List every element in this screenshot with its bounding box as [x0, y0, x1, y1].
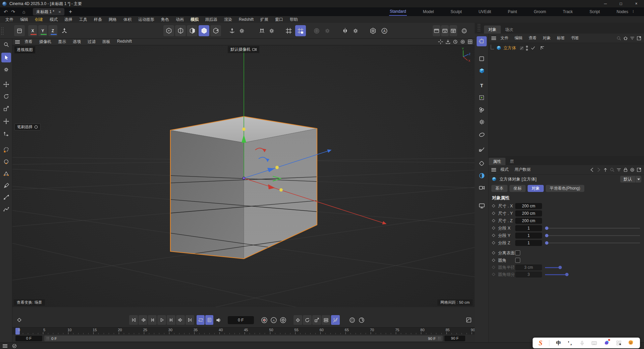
axis-modify-icon[interactable]: [227, 25, 237, 36]
preset-dropdown-arrow[interactable]: [635, 176, 641, 183]
axis-settings-gear-icon[interactable]: [236, 25, 247, 36]
am-expand-icon[interactable]: [637, 167, 641, 172]
object-row-cube[interactable]: 立方体: [489, 44, 644, 52]
menubar-item-6[interactable]: 样条: [91, 17, 105, 22]
viewport-menu-item-2[interactable]: 显示: [55, 39, 69, 45]
slider-handle[interactable]: [545, 241, 548, 245]
menubar-item-16[interactable]: 扩展: [257, 17, 272, 22]
key-snap-toggle-button[interactable]: [331, 315, 340, 325]
texture-mode-icon[interactable]: [210, 25, 221, 36]
am-tab-1[interactable]: 层: [505, 158, 518, 165]
grid-icon[interactable]: [283, 25, 294, 36]
object-tree[interactable]: 立方体: [489, 43, 644, 156]
keyframe-dot-icon[interactable]: [492, 259, 495, 262]
display-icon[interactable]: [477, 201, 487, 211]
am-target-icon[interactable]: [630, 167, 635, 172]
editor-state-icon[interactable]: [520, 46, 524, 50]
play-range-button[interactable]: [205, 315, 213, 325]
key-scale-button[interactable]: [312, 315, 321, 325]
layout-overflow-button[interactable]: ⁝: [633, 9, 634, 14]
attribute-checkbox[interactable]: [515, 250, 520, 255]
cloner-icon[interactable]: [477, 105, 487, 115]
attribute-section-tab-2[interactable]: 对象: [528, 185, 544, 192]
layout-tab-6[interactable]: Track: [562, 8, 574, 15]
toolbar-grip[interactable]: [1, 27, 4, 35]
om-menu-item-2[interactable]: 查看: [526, 35, 540, 41]
x-scale-handle[interactable]: [279, 188, 283, 192]
lock-y-axis-button[interactable]: Y: [38, 25, 47, 36]
redo-icon[interactable]: ↷: [9, 9, 17, 14]
attribute-slider[interactable]: [545, 274, 640, 275]
slider-handle[interactable]: [558, 266, 562, 269]
attribute-slider[interactable]: [545, 243, 640, 243]
keyframe-dot-icon[interactable]: [492, 212, 495, 215]
keyframe-dot-icon[interactable]: [492, 251, 495, 255]
move-tool[interactable]: [1, 80, 11, 89]
autokey-button[interactable]: A: [269, 315, 278, 325]
viewport-menu-item-1[interactable]: 摄像机: [36, 39, 55, 45]
attribute-section-tab-0[interactable]: 基本: [491, 185, 507, 192]
subdivision-surface-icon[interactable]: [477, 130, 487, 140]
viewport-menu-item-5[interactable]: 面板: [99, 39, 114, 45]
snap-magnet-icon[interactable]: [257, 25, 267, 36]
live-selection-tool[interactable]: [1, 53, 11, 62]
workplane-icon[interactable]: [14, 25, 25, 36]
render-region-icon[interactable]: [438, 39, 443, 44]
camera-swap-icon[interactable]: [252, 47, 257, 52]
viewport-menu-item-6[interactable]: Redshift: [114, 39, 135, 45]
keyframe-selection-button[interactable]: [279, 315, 287, 325]
deformer-icon[interactable]: [477, 158, 487, 168]
cube-primitive-icon[interactable]: [477, 66, 487, 76]
generator-icon[interactable]: [477, 117, 487, 127]
history-forward-icon[interactable]: [596, 167, 601, 172]
sweep-generator-icon[interactable]: [477, 144, 487, 154]
layout-tab-0[interactable]: Standard: [389, 8, 407, 16]
keyframe-dot-icon[interactable]: [492, 266, 495, 269]
ime-skin-icon[interactable]: [604, 340, 609, 346]
viewport-menu-item-3[interactable]: 选项: [69, 39, 84, 45]
menubar-item-8[interactable]: 体积: [120, 17, 135, 22]
edges-mode-icon[interactable]: [175, 25, 186, 36]
knife-tool-icon[interactable]: [1, 192, 11, 202]
menubar-item-11[interactable]: 动画: [172, 17, 187, 22]
lock-x-axis-button[interactable]: X: [28, 25, 37, 36]
ime-language-toggle[interactable]: 中: [556, 340, 561, 346]
loop-mode-button[interactable]: [197, 315, 205, 325]
points-mode-icon[interactable]: [163, 25, 174, 36]
range-end-field[interactable]: 90 F: [444, 336, 465, 341]
record-ring-button[interactable]: [348, 315, 357, 325]
sound-button[interactable]: [214, 315, 223, 325]
polygons-mode-icon[interactable]: [187, 25, 198, 36]
key-rotation-button[interactable]: [303, 315, 312, 325]
attribute-slider[interactable]: [545, 267, 640, 268]
minimize-button[interactable]: ─: [598, 0, 613, 7]
keyframe-dot-icon[interactable]: [492, 234, 495, 237]
am-menu-item-0[interactable]: 模式: [497, 167, 512, 172]
key-position-button[interactable]: [293, 315, 302, 325]
maximize-button[interactable]: □: [613, 0, 629, 7]
attribute-section-tab-3[interactable]: 平滑着色(Phong): [546, 185, 584, 192]
ime-keyboard-icon[interactable]: [591, 340, 597, 346]
document-tab[interactable]: 未标题 1 * ×: [33, 8, 64, 15]
am-lock-icon[interactable]: [623, 167, 628, 172]
range-left-grip[interactable]: [46, 337, 49, 340]
quantize-gear-icon[interactable]: [322, 25, 333, 36]
history-back-icon[interactable]: [590, 167, 594, 172]
gizmo-center[interactable]: [243, 177, 245, 180]
am-menu-icon[interactable]: [491, 168, 496, 171]
dock-download-icon[interactable]: [445, 39, 450, 44]
layout-tab-4[interactable]: Paint: [507, 8, 518, 15]
menubar-item-0[interactable]: 文件: [2, 17, 17, 22]
keyframe-dot-icon[interactable]: [492, 204, 495, 208]
viewport-menu-item-0[interactable]: 查看: [21, 39, 36, 45]
undo-icon[interactable]: ↶: [2, 9, 9, 14]
panel-split-icon[interactable]: [468, 39, 473, 44]
ime-toolbar[interactable]: S 中 ’，: [533, 338, 640, 348]
perspective-viewport[interactable]: 透视视图 默认摄像机 Y Z X 查看变换: 场景 网格间距 : 50 cm: [12, 45, 475, 307]
view-history-icon[interactable]: [453, 39, 458, 44]
am-menu-item-1[interactable]: 用户数据: [512, 167, 534, 172]
search-commander-icon[interactable]: [1, 40, 11, 49]
lock-z-axis-button[interactable]: Z: [48, 25, 57, 36]
menubar-item-13[interactable]: 跟踪器: [202, 17, 221, 22]
y-scale-handle[interactable]: [242, 128, 246, 131]
